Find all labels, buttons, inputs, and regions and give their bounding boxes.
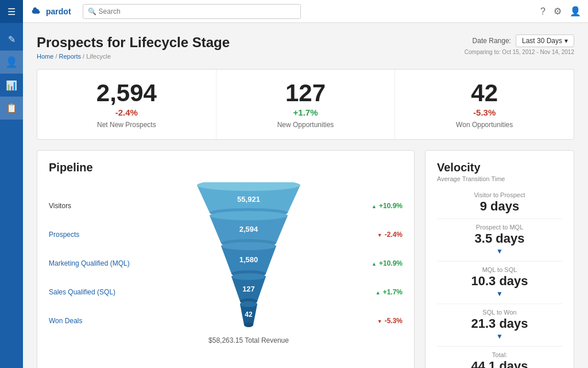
sidebar-chart-icon[interactable]: 📊 [0, 74, 23, 97]
user-icon[interactable]: 👤 [570, 6, 581, 17]
search-input[interactable] [99, 7, 296, 16]
search-bar[interactable]: 🔍 [83, 4, 301, 19]
pipeline-row-1: Prospects [49, 220, 141, 249]
date-range-value: Last 30 Days [522, 37, 562, 45]
stat-card-0: 2,594 -2.4% Net New Prospects [37, 70, 216, 139]
change-arrow-2 [372, 259, 377, 267]
velocity-subtitle: Average Transition Time [437, 175, 562, 182]
change-value-2: +10.9% [379, 259, 403, 267]
velocity-value-1: 3.5 days [437, 231, 562, 246]
breadcrumb: Home / Reports / Lifecycle [37, 53, 230, 60]
help-icon[interactable]: ? [540, 6, 546, 17]
funnel-wrap: 55,921 2,594 [141, 182, 357, 344]
change-arrow-1 [377, 231, 382, 239]
stat-label-2: Won Opportunities [407, 121, 562, 129]
svg-text:127: 127 [242, 285, 255, 293]
date-range-button[interactable]: Last 30 Days ▾ [516, 34, 574, 47]
velocity-sublabel-2: MQL to SQL [437, 266, 562, 273]
stat-label-1: New Opportunities [228, 121, 384, 129]
velocity-value-0: 9 days [437, 199, 562, 214]
pipeline-title: Pipeline [49, 161, 403, 174]
stat-change-2: -5.3% [407, 108, 562, 117]
brand-logo-icon [30, 5, 42, 18]
velocity-arrow-1: ▼ [437, 247, 562, 255]
stat-value-2: 42 [407, 80, 562, 106]
stat-cards: 2,594 -2.4% Net New Prospects 127 +1.7% … [37, 69, 574, 140]
velocity-sublabel-0: Visitor to Prospect [437, 191, 562, 198]
brand-name: pardot [46, 7, 71, 16]
svg-text:55,921: 55,921 [237, 195, 260, 204]
nav-actions: ? ⚙ 👤 [540, 6, 581, 17]
velocity-value-2: 10.3 days [437, 274, 562, 289]
velocity-sublabel-1: Prospect to MQL [437, 224, 562, 231]
pipeline-link-2[interactable]: Marketing Qualified (MQL) [49, 259, 130, 267]
velocity-card: Velocity Average Transition Time Visitor… [425, 150, 574, 368]
pipeline-row-3: Sales Qualified (SQL) [49, 278, 141, 306]
svg-point-9 [231, 273, 266, 280]
change-value-4: -5.3% [385, 317, 403, 325]
velocity-arrow-3: ▼ [437, 332, 562, 340]
breadcrumb-reports[interactable]: Reports [59, 53, 82, 60]
pipeline-link-3[interactable]: Sales Qualified (SQL) [49, 288, 115, 296]
change-arrow-3 [376, 288, 381, 296]
velocity-item-1: Prospect to MQL 3.5 days ▼ [437, 224, 562, 262]
main-content: pardot 🔍 ? ⚙ 👤 Prospects for Lifecycle S… [23, 0, 588, 368]
date-range-label: Date Range: [473, 37, 511, 45]
change-row-1: -2.4% [357, 220, 403, 249]
title-section: Prospects for Lifecycle Stage Home / Rep… [37, 34, 230, 60]
svg-text:2,594: 2,594 [239, 225, 258, 233]
settings-icon[interactable]: ⚙ [554, 6, 562, 17]
svg-point-6 [221, 242, 276, 250]
change-arrow-0 [372, 202, 377, 210]
stat-label-0: Net New Prospects [49, 121, 204, 129]
pipeline-row-2: Marketing Qualified (MQL) [49, 249, 141, 278]
change-row-4: -5.3% [357, 306, 403, 335]
pipeline-link-4[interactable]: Won Deals [49, 317, 82, 325]
search-icon: 🔍 [88, 7, 96, 16]
change-value-0: +10.9% [379, 202, 403, 210]
content-area: Prospects for Lifecycle Stage Home / Rep… [23, 23, 588, 368]
pipeline-row-0: Visitors [49, 191, 141, 220]
pipeline-labels: VisitorsProspectsMarketing Qualified (MQ… [49, 191, 141, 335]
velocity-sublabel-3: SQL to Won [437, 309, 562, 316]
stat-value-0: 2,594 [49, 80, 204, 106]
breadcrumb-current: Lifecycle [86, 53, 111, 60]
change-row-3: +1.7% [357, 278, 403, 306]
brand: pardot [30, 5, 71, 18]
velocity-arrow-2: ▼ [437, 290, 562, 298]
dropdown-chevron-icon: ▾ [564, 37, 568, 45]
svg-text:1,580: 1,580 [239, 255, 258, 264]
change-row-0: +10.9% [357, 191, 403, 220]
page-title: Prospects for Lifecycle Stage [37, 34, 230, 51]
pipeline-label-0: Visitors [49, 202, 71, 210]
funnel-chart: 55,921 2,594 [191, 182, 306, 332]
pipeline-changes: +10.9%-2.4%+10.9%+1.7%-5.3% [357, 191, 403, 335]
velocity-value-3: 21.3 days [437, 316, 562, 331]
date-range-row: Date Range: Last 30 Days ▾ [473, 34, 574, 47]
sidebar-edit-icon[interactable]: ✎ [0, 28, 23, 51]
svg-point-12 [240, 301, 257, 307]
change-value-3: +1.7% [383, 288, 403, 296]
velocity-value-4: 44.1 days [437, 359, 562, 368]
stat-value-1: 127 [228, 80, 384, 106]
change-row-2: +10.9% [357, 249, 403, 278]
velocity-title: Velocity [437, 161, 562, 174]
change-value-1: -2.4% [385, 231, 403, 239]
stat-card-2: 42 -5.3% Won Opportunities [395, 70, 574, 139]
stat-change-1: +1.7% [228, 108, 384, 117]
svg-point-13 [244, 323, 253, 327]
sidebar-prospects-icon[interactable]: 👤 [0, 51, 23, 74]
stat-change-0: -2.4% [49, 108, 204, 117]
sidebar-menu-button[interactable]: ☰ [0, 0, 23, 23]
date-range-section: Date Range: Last 30 Days ▾ Comparing to:… [465, 34, 574, 55]
breadcrumb-home[interactable]: Home [37, 53, 53, 60]
change-arrow-4 [377, 317, 382, 325]
velocity-item-3: SQL to Won 21.3 days ▼ [437, 309, 562, 347]
svg-point-3 [210, 211, 288, 220]
stat-card-1: 127 +1.7% New Opportunities [216, 70, 396, 139]
sidebar-reports-icon[interactable]: 📋 [0, 97, 23, 120]
pipeline-link-1[interactable]: Prospects [49, 231, 79, 239]
revenue-label: $58,263.15 Total Revenue [208, 336, 289, 344]
page-header: Prospects for Lifecycle Stage Home / Rep… [37, 34, 574, 60]
bottom-row: Pipeline VisitorsProspectsMarketing Qual… [37, 150, 574, 368]
